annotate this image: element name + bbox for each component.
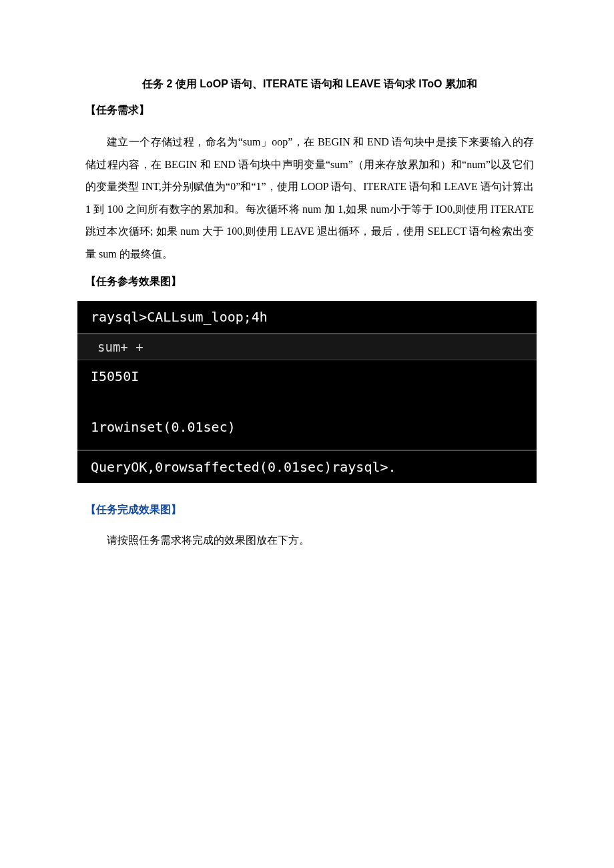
console-result-value: I5050I: [77, 360, 537, 411]
console-column-header: sum+ +: [77, 334, 537, 360]
console-prompt-line: raysql>CALLsum_loop;4h: [77, 301, 537, 334]
section-complete-heading: 【任务完成效果图】: [85, 503, 534, 517]
section-reference-heading: 【任务参考效果图】: [85, 275, 534, 289]
console-output: raysql>CALLsum_loop;4h sum+ + I5050I 1ro…: [77, 301, 537, 483]
complete-instruction-paragraph: 请按照任务需求将完成的效果图放在下方。: [85, 530, 534, 550]
console-rowset-line: 1rowinset(0.01sec): [77, 411, 537, 451]
console-queryok-line: QueryOK,0rowsaffected(0.01sec)raysql>.: [77, 451, 537, 483]
document-title: 任务 2 使用 LoOP 语句、ITERATE 语句和 LEAVE 语句求 IT…: [85, 77, 534, 91]
document-page: 任务 2 使用 LoOP 语句、ITERATE 语句和 LEAVE 语句求 IT…: [0, 0, 614, 550]
requirements-paragraph: 建立一个存储过程，命名为“sum」oop”，在 BEGIN 和 END 语句块中…: [85, 131, 534, 266]
section-requirements-heading: 【任务需求】: [85, 103, 534, 117]
